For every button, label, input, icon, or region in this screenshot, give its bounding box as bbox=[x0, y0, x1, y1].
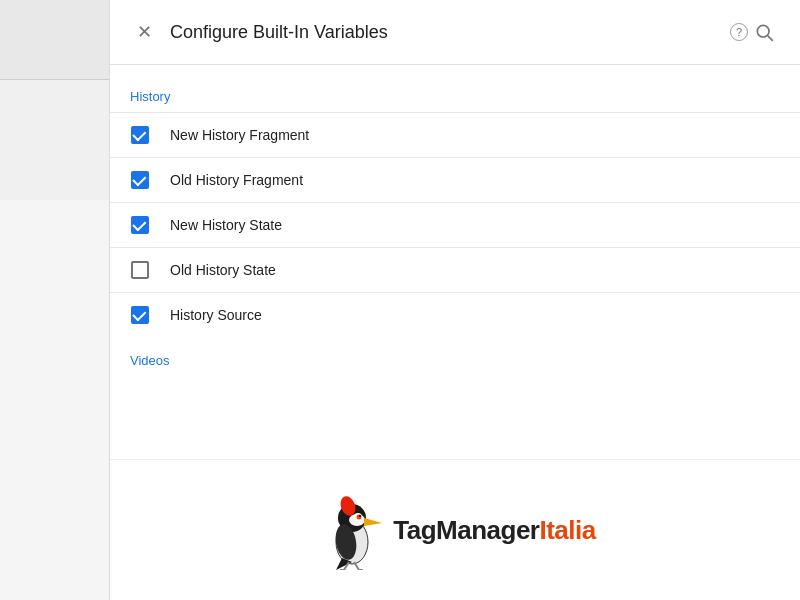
checkbox-new-history-fragment[interactable] bbox=[130, 125, 150, 145]
list-item-history-source[interactable]: History Source bbox=[110, 292, 800, 337]
section-label-history: History bbox=[110, 81, 800, 112]
logo-text-black: TagManager bbox=[393, 515, 539, 545]
checkbox-history-source[interactable] bbox=[130, 305, 150, 325]
search-icon bbox=[754, 22, 774, 42]
main-panel: ✕ Configure Built-In Variables ? History bbox=[110, 0, 800, 600]
svg-point-0 bbox=[757, 25, 769, 37]
panel-content: History New History Fragment Old History… bbox=[110, 65, 800, 459]
close-button[interactable]: ✕ bbox=[130, 18, 158, 46]
checkbox-unchecked-icon bbox=[131, 261, 149, 279]
page-wrapper: ✕ Configure Built-In Variables ? History bbox=[0, 0, 800, 600]
checkbox-old-history-fragment[interactable] bbox=[130, 170, 150, 190]
checkbox-checked-icon bbox=[131, 126, 149, 144]
sidebar-top bbox=[0, 0, 109, 80]
svg-marker-9 bbox=[364, 518, 382, 526]
close-icon: ✕ bbox=[137, 21, 152, 43]
panel-title: Configure Built-In Variables bbox=[170, 22, 722, 43]
checkbox-checked-icon bbox=[131, 171, 149, 189]
svg-point-8 bbox=[359, 515, 361, 517]
list-item-old-history-state[interactable]: Old History State bbox=[110, 247, 800, 292]
svg-line-1 bbox=[768, 36, 772, 40]
section-label-videos: Videos bbox=[110, 345, 800, 376]
panel-header: ✕ Configure Built-In Variables ? bbox=[110, 0, 800, 65]
bird-logo-icon bbox=[314, 490, 389, 570]
sidebar-mid bbox=[0, 80, 109, 200]
item-label-history-source: History Source bbox=[170, 307, 262, 323]
item-label-old-history-state: Old History State bbox=[170, 262, 276, 278]
item-label-old-history-fragment: Old History Fragment bbox=[170, 172, 303, 188]
help-icon[interactable]: ? bbox=[730, 23, 748, 41]
checkbox-checked-icon bbox=[131, 306, 149, 324]
checkbox-new-history-state[interactable] bbox=[130, 215, 150, 235]
item-label-new-history-fragment: New History Fragment bbox=[170, 127, 309, 143]
logo-container: TagManagerItalia bbox=[314, 490, 595, 570]
list-item-new-history-state[interactable]: New History State bbox=[110, 202, 800, 247]
search-button[interactable] bbox=[748, 16, 780, 48]
svg-point-7 bbox=[357, 515, 362, 520]
logo-text: TagManagerItalia bbox=[393, 515, 595, 546]
list-item-new-history-fragment[interactable]: New History Fragment bbox=[110, 112, 800, 157]
list-item-old-history-fragment[interactable]: Old History Fragment bbox=[110, 157, 800, 202]
checkbox-checked-icon bbox=[131, 216, 149, 234]
checkbox-old-history-state[interactable] bbox=[130, 260, 150, 280]
item-label-new-history-state: New History State bbox=[170, 217, 282, 233]
logo-area: TagManagerItalia bbox=[110, 459, 800, 600]
logo-text-orange: Italia bbox=[539, 515, 595, 545]
sidebar bbox=[0, 0, 110, 600]
